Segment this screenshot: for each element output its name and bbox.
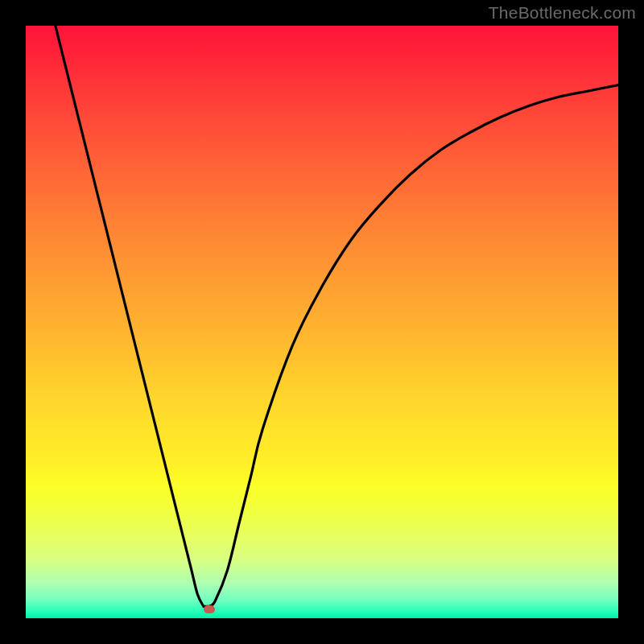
curve-svg (26, 26, 618, 618)
bottleneck-curve (56, 26, 618, 606)
attribution-label: TheBottleneck.com (489, 3, 636, 23)
optimal-point-marker (204, 605, 215, 613)
plot-area (26, 26, 618, 618)
chart-frame: TheBottleneck.com (0, 0, 644, 644)
